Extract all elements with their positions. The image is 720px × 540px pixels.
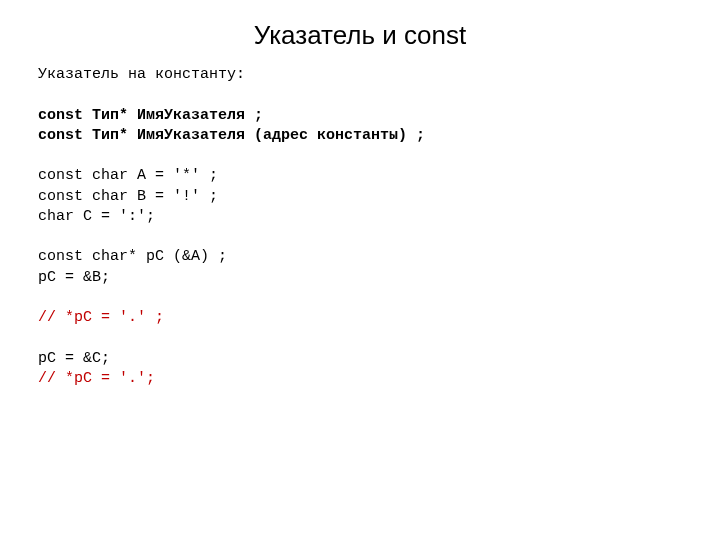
code-line: char C = ':';	[38, 208, 155, 225]
code-line: const char B = '!' ;	[38, 188, 218, 205]
slide: Указатель и const Указатель на константу…	[0, 0, 720, 540]
code-line: const Тип* ИмяУказателя ;	[38, 107, 263, 124]
slide-title: Указатель и const	[0, 0, 720, 65]
code-line: const Тип* ИмяУказателя (адрес константы…	[38, 127, 425, 144]
code-line: pC = &C;	[38, 350, 110, 367]
code-line: pC = &B;	[38, 269, 110, 286]
code-line: const char A = '*' ;	[38, 167, 218, 184]
code-line-comment: // *pC = '.' ;	[38, 309, 164, 326]
code-block: Указатель на константу: const Тип* ИмяУк…	[0, 65, 720, 389]
code-line: Указатель на константу:	[38, 66, 245, 83]
code-line-comment: // *pC = '.';	[38, 370, 155, 387]
code-line: const char* pC (&A) ;	[38, 248, 227, 265]
